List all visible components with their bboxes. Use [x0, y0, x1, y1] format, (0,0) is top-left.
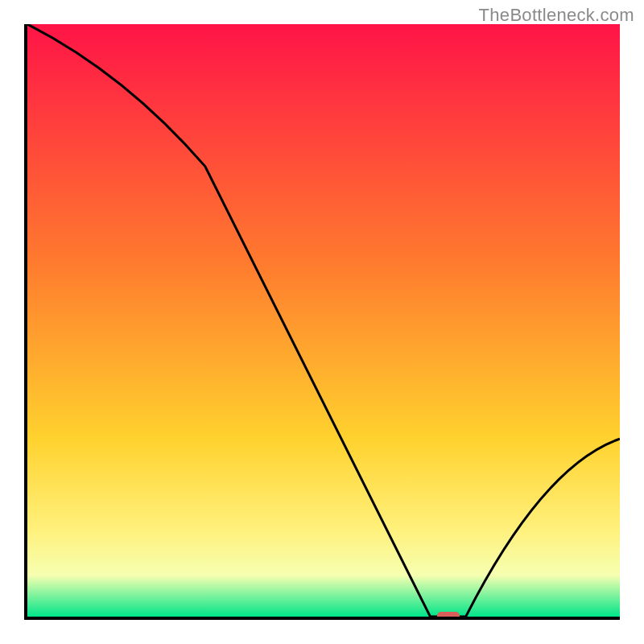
optimum-marker	[437, 612, 460, 620]
chart-stage: TheBottleneck.com	[0, 0, 644, 644]
curve-layer	[27, 24, 620, 617]
watermark-label: TheBottleneck.com	[479, 5, 634, 26]
bottleneck-curve	[27, 24, 620, 617]
plot-area	[24, 24, 620, 620]
